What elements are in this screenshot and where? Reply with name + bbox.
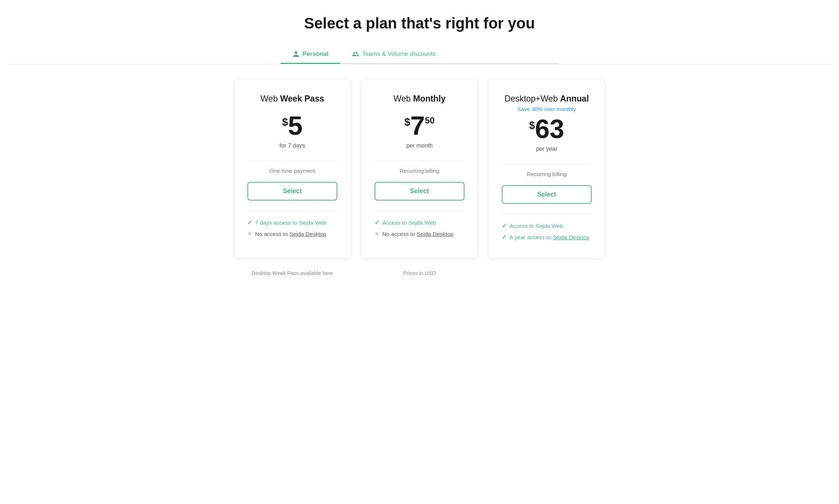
divider-1-week-pass: [247, 161, 337, 161]
save-badge-annual: Save 30% over monthly: [502, 106, 592, 112]
feature-label-5: Access to Sejda Web: [509, 223, 563, 229]
feature-no-desktop-monthly: ✕ No access to Sejda Desktop: [375, 230, 464, 237]
feature-no-desktop-week: ✕ No access to Sejda Desktop: [247, 230, 337, 237]
divider-1-annual: [502, 164, 592, 164]
feature-label-3: Access to Sejda Web: [382, 219, 436, 226]
price-dollar-week-pass: $: [282, 117, 288, 127]
x-icon-1: ✕: [247, 230, 252, 237]
divider-1-monthly: [375, 161, 464, 161]
footer-text-week: Desktop Week Pass available here: [252, 270, 333, 276]
price-amount-week-pass: 5: [288, 112, 303, 139]
footer-text-monthly: Prices in USD: [403, 270, 436, 276]
section-divider: [7, 64, 832, 64]
price-block-annual: $ 63: [502, 116, 592, 144]
billing-monthly: Recurring billing: [375, 168, 464, 174]
person-icon: [292, 50, 300, 58]
footer-note-week: Desktop Week Pass available here: [234, 270, 351, 276]
select-button-monthly[interactable]: Select: [375, 182, 464, 201]
page-title: Select a plan that's right for you: [7, 15, 832, 32]
feature-web-access-annual: ✓ Access to Sejda Web: [502, 222, 592, 229]
divider-2-week-pass: [247, 211, 337, 211]
features-monthly: ✓ Access to Sejda Web ✕ No access to Sej…: [375, 219, 464, 242]
feature-label-1: 7 days access to Sejda Web: [255, 219, 327, 226]
footer-note-monthly: Prices in USD: [361, 270, 478, 276]
feature-label-4: No access to Sejda Desktop: [382, 231, 453, 237]
check-icon-4: ✓: [502, 234, 506, 241]
check-icon-1: ✓: [247, 219, 252, 226]
tab-teams-label: Teams & Volume discounts: [362, 50, 436, 58]
price-amount-monthly: 7: [410, 112, 425, 139]
feature-web-access-week: ✓ 7 days access to Sejda Web: [247, 219, 337, 226]
tab-personal[interactable]: Personal: [281, 45, 340, 64]
divider-2-monthly: [375, 211, 464, 211]
billing-week-pass: One-time payment: [247, 168, 337, 174]
features-week-pass: ✓ 7 days access to Sejda Web ✕ No access…: [247, 219, 337, 242]
footer-row: Desktop Week Pass available here Prices …: [200, 270, 639, 276]
plan-name-annual: Desktop+Web Annual: [502, 94, 592, 104]
select-button-week-pass[interactable]: Select: [247, 182, 337, 201]
sejda-desktop-link-3[interactable]: Sejda Desktop: [553, 234, 589, 240]
plan-name-week-pass: Web Week Pass: [247, 94, 337, 104]
select-button-annual[interactable]: Select: [502, 185, 592, 204]
plan-name-monthly: Web Monthly: [375, 94, 464, 104]
price-dollar-monthly: $: [405, 117, 410, 127]
plan-card-week-pass: Web Week Pass $ 5 for 7 days One-time pa…: [234, 79, 351, 259]
feature-label-6: A year access to Sejda Desktop: [509, 234, 589, 241]
tab-personal-label: Personal: [303, 50, 329, 58]
check-icon-3: ✓: [502, 222, 506, 229]
sejda-desktop-link-2[interactable]: Sejda Desktop: [417, 231, 453, 237]
price-block-monthly: $ 7 50: [375, 112, 464, 140]
feature-desktop-annual: ✓ A year access to Sejda Desktop: [502, 234, 592, 241]
price-amount-annual: 63: [535, 116, 564, 142]
price-period-annual: per year: [502, 146, 592, 152]
tabs: Personal Teams & Volume discounts: [281, 45, 558, 64]
plans-container: Web Week Pass $ 5 for 7 days One-time pa…: [200, 79, 639, 259]
team-icon: [352, 50, 359, 58]
feature-label-2: No access to Sejda Desktop: [255, 231, 326, 237]
price-period-monthly: per month: [375, 142, 464, 149]
plan-card-monthly: Web Monthly $ 7 50 per month Recurring b…: [361, 79, 478, 259]
features-annual: ✓ Access to Sejda Web ✓ A year access to…: [502, 222, 592, 245]
tab-teams[interactable]: Teams & Volume discounts: [340, 45, 447, 64]
price-dollar-annual: $: [529, 120, 535, 131]
billing-annual: Recurring billing: [502, 171, 592, 177]
price-period-week-pass: for 7 days: [247, 142, 337, 149]
check-icon-2: ✓: [375, 219, 379, 226]
tabs-wrapper: Personal Teams & Volume discounts: [7, 45, 832, 64]
price-block-week-pass: $ 5: [247, 112, 337, 140]
x-icon-2: ✕: [375, 230, 379, 237]
feature-web-access-monthly: ✓ Access to Sejda Web: [375, 219, 464, 226]
plan-card-annual: Desktop+Web Annual Save 30% over monthly…: [488, 79, 605, 259]
divider-2-annual: [502, 214, 592, 214]
footer-note-annual: [488, 270, 605, 276]
price-cents-monthly: 50: [425, 116, 435, 125]
sejda-desktop-link-1[interactable]: Sejda Desktop: [289, 231, 326, 237]
